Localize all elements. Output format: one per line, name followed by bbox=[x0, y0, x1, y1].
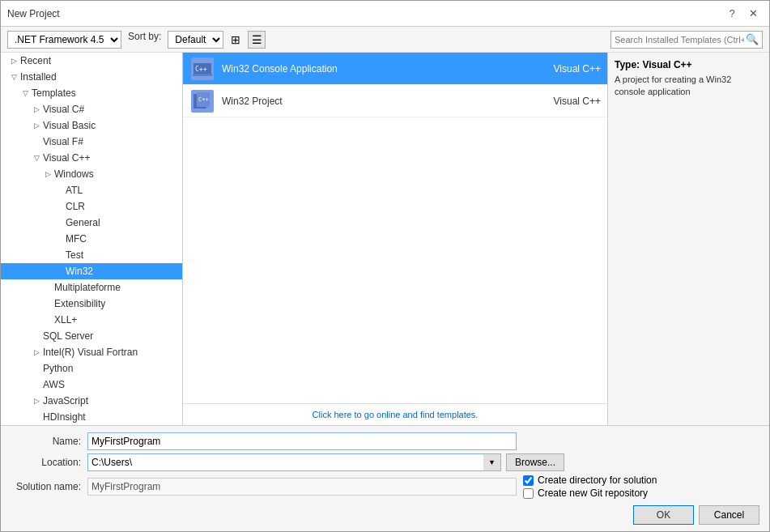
sidebar-item-windows[interactable]: ▷ Windows bbox=[1, 166, 182, 182]
sidebar-item-python[interactable]: Python bbox=[1, 360, 182, 377]
sidebar-item-aws[interactable]: AWS bbox=[1, 377, 182, 393]
sidebar-item-hdinsight[interactable]: HDInsight bbox=[1, 409, 182, 425]
win32-console-icon: C++ bbox=[189, 56, 215, 82]
list-view-button[interactable]: ☰ bbox=[248, 31, 266, 49]
sidebar-item-templates[interactable]: ▽ Templates bbox=[1, 85, 182, 101]
hdinsight-expander bbox=[30, 411, 43, 423]
create-directory-checkbox[interactable] bbox=[523, 475, 534, 486]
solution-label: Solution name: bbox=[11, 481, 87, 492]
bottom-form: Name: Location: ▼ Browse... Solution nam… bbox=[1, 425, 769, 531]
ok-button[interactable]: OK bbox=[633, 505, 694, 525]
sidebar-item-visual-fsharp[interactable]: Visual F# bbox=[1, 134, 182, 150]
sidebar-label-aws: AWS bbox=[43, 379, 65, 390]
new-project-dialog: New Project ? ✕ .NET Framework 4.5 Sort … bbox=[0, 0, 770, 532]
close-button[interactable]: ✕ bbox=[743, 4, 763, 23]
sidebar-item-multiplateforme[interactable]: Multiplateforme bbox=[1, 279, 182, 296]
sort-label: Sort by: bbox=[125, 31, 164, 49]
win32-project-type: Visual C++ bbox=[528, 96, 601, 107]
sidebar-label-extensibility: Extensibility bbox=[54, 298, 105, 309]
sidebar-label-visual-basic: Visual Basic bbox=[43, 120, 96, 131]
visual-basic-expander: ▷ bbox=[30, 119, 43, 132]
sidebar-label-visual-csharp: Visual C# bbox=[43, 104, 84, 115]
title-bar-buttons: ? ✕ bbox=[722, 4, 763, 23]
sidebar-label-sql-server: SQL Server bbox=[43, 330, 93, 342]
sidebar-item-clr[interactable]: CLR bbox=[1, 198, 182, 215]
template-item-win32-project[interactable]: C++ Win32 Project Visual C++ bbox=[183, 85, 607, 117]
sidebar-item-extensibility[interactable]: Extensibility bbox=[1, 296, 182, 312]
online-link[interactable]: Click here to go online and find templat… bbox=[313, 410, 479, 419]
sidebar-item-visual-basic[interactable]: ▷ Visual Basic bbox=[1, 117, 182, 134]
win32-expander bbox=[53, 265, 66, 278]
cancel-button[interactable]: Cancel bbox=[699, 505, 759, 525]
sidebar-label-atl: ATL bbox=[66, 185, 83, 196]
sidebar-item-visual-csharp[interactable]: ▷ Visual C# bbox=[1, 101, 182, 117]
template-list: C++ Win32 Console Application Visual C++ bbox=[183, 53, 607, 403]
sidebar-item-atl[interactable]: ATL bbox=[1, 182, 182, 198]
location-dropdown-arrow[interactable]: ▼ bbox=[483, 453, 501, 471]
python-expander bbox=[30, 362, 43, 375]
sidebar-item-win32[interactable]: Win32 bbox=[1, 263, 182, 279]
windows-expander: ▷ bbox=[41, 168, 54, 181]
name-row: Name: bbox=[11, 432, 759, 450]
installed-expander: ▽ bbox=[7, 70, 20, 83]
sql-server-expander bbox=[30, 330, 43, 343]
main-area: ▷ Recent ▽ Installed ▽ Templates ▷ Visua… bbox=[1, 53, 769, 425]
sidebar-item-visual-cpp[interactable]: ▽ Visual C++ bbox=[1, 150, 182, 166]
extensibility-expander bbox=[41, 297, 54, 310]
javascript-expander: ▷ bbox=[30, 394, 43, 407]
type-description: A project for creating a Win32 console a… bbox=[615, 74, 763, 99]
location-input[interactable] bbox=[87, 453, 484, 471]
search-box: 🔍 bbox=[610, 31, 763, 49]
type-value: Visual C++ bbox=[642, 59, 691, 70]
sidebar-label-general: General bbox=[66, 217, 100, 228]
title-bar: New Project ? ✕ bbox=[1, 1, 769, 27]
bottom-buttons: OK Cancel bbox=[11, 505, 759, 525]
sidebar-label-multiplateforme: Multiplateforme bbox=[54, 282, 121, 293]
sidebar-item-general[interactable]: General bbox=[1, 215, 182, 231]
win32-console-type: Visual C++ bbox=[528, 63, 601, 74]
center-panel: C++ Win32 Console Application Visual C++ bbox=[183, 53, 607, 425]
sidebar-label-windows: Windows bbox=[54, 168, 94, 180]
sidebar-item-sql-server[interactable]: SQL Server bbox=[1, 328, 182, 344]
online-link-area: Click here to go online and find templat… bbox=[183, 403, 607, 425]
sidebar-label-python: Python bbox=[43, 363, 73, 374]
browse-button[interactable]: Browse... bbox=[506, 453, 564, 471]
toolbar: .NET Framework 4.5 Sort by: Default ⊞ ☰ … bbox=[1, 27, 769, 53]
sidebar-label-mfc: MFC bbox=[66, 233, 87, 245]
sidebar-item-xll[interactable]: XLL+ bbox=[1, 312, 182, 328]
sidebar-item-javascript[interactable]: ▷ JavaScript bbox=[1, 393, 182, 409]
svg-text:C++: C++ bbox=[198, 96, 209, 103]
type-prefix: Type: bbox=[615, 59, 640, 70]
framework-select[interactable]: .NET Framework 4.5 bbox=[7, 31, 121, 49]
sort-select[interactable]: Default bbox=[168, 31, 223, 49]
win32-project-icon: C++ bbox=[189, 88, 215, 114]
sidebar: ▷ Recent ▽ Installed ▽ Templates ▷ Visua… bbox=[1, 53, 183, 425]
intel-fortran-expander: ▷ bbox=[30, 346, 43, 359]
sidebar-item-installed[interactable]: ▽ Installed bbox=[1, 69, 182, 85]
sidebar-label-clr: CLR bbox=[66, 201, 85, 212]
help-button[interactable]: ? bbox=[722, 4, 742, 23]
sidebar-label-templates: Templates bbox=[32, 87, 76, 99]
name-input[interactable] bbox=[87, 432, 517, 450]
test-expander bbox=[53, 249, 66, 262]
atl-expander bbox=[53, 184, 66, 197]
template-item-win32-console[interactable]: C++ Win32 Console Application Visual C++ bbox=[183, 53, 607, 85]
sidebar-item-intel-fortran[interactable]: ▷ Intel(R) Visual Fortran bbox=[1, 344, 182, 360]
sidebar-label-javascript: JavaScript bbox=[43, 395, 88, 406]
win32-console-name: Win32 Console Application bbox=[222, 63, 528, 74]
xll-expander bbox=[41, 313, 54, 326]
grid-view-button[interactable]: ⊞ bbox=[227, 31, 245, 49]
create-git-checkbox[interactable] bbox=[523, 488, 534, 499]
clr-expander bbox=[53, 200, 66, 213]
right-panel: Type: Visual C++ A project for creating … bbox=[607, 53, 769, 425]
dialog-title: New Project bbox=[7, 8, 60, 19]
search-input[interactable] bbox=[615, 35, 744, 45]
sidebar-item-test[interactable]: Test bbox=[1, 247, 182, 263]
sidebar-item-recent[interactable]: ▷ Recent bbox=[1, 53, 182, 69]
solution-input[interactable] bbox=[87, 478, 517, 496]
visual-fsharp-expander bbox=[30, 135, 43, 148]
location-row: Location: ▼ Browse... bbox=[11, 453, 759, 471]
sidebar-label-hdinsight: HDInsight bbox=[43, 411, 86, 423]
solution-row: Solution name: Create directory for solu… bbox=[11, 475, 759, 499]
sidebar-item-mfc[interactable]: MFC bbox=[1, 231, 182, 247]
